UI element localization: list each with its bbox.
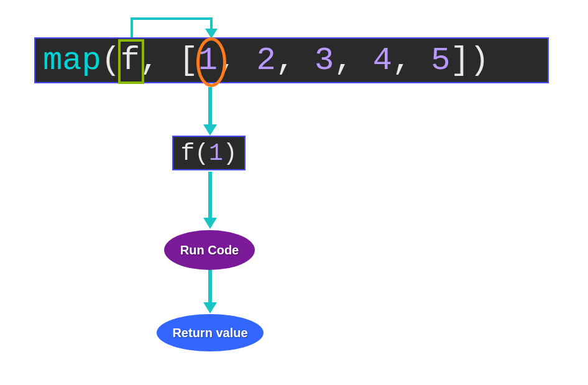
arrow-to-return-head-icon [203,302,217,313]
token-num-3: 3 [315,42,334,79]
call-token-f: f [180,140,195,167]
token-comma-2: , [218,42,237,79]
token-paren-close: ) [470,42,489,79]
token-map: map [43,42,101,79]
return-value-label: Return value [172,326,247,340]
token-paren-open: ( [101,42,121,79]
connector-bracket-right [210,17,213,30]
arrow-to-run-line [208,172,212,219]
call-token-arg: 1 [209,140,223,167]
function-call-code: f ( 1 ) [172,136,246,170]
token-comma-1: , [140,42,159,79]
connector-bracket-top [131,17,213,20]
connector-bracket-left [131,17,133,37]
token-bracket-close: ] [451,42,470,79]
token-bracket-open: [ [179,42,198,79]
call-token-paren-close: ) [223,140,237,167]
call-token-paren-open: ( [195,140,209,167]
arrow-to-run-head-icon [203,218,217,229]
token-num-2: 2 [256,42,275,79]
token-f: f [121,42,140,79]
arrow-to-return-line [208,270,212,304]
token-num-5: 5 [431,42,450,79]
arrow-to-call-line [208,87,212,126]
run-code-node: Run Code [164,230,255,270]
run-code-label: Run Code [180,243,239,257]
map-expression-code: map ( f , [ 1 , 2 , 3 , 4 , 5 ] ) [34,37,549,83]
token-comma-5: , [392,42,411,79]
token-num-4: 4 [373,42,392,79]
token-comma-4: , [334,42,353,79]
token-space [159,42,178,79]
token-num-1: 1 [198,42,218,79]
arrow-to-call-head-icon [203,124,217,136]
token-comma-3: , [276,42,295,79]
return-value-node: Return value [157,314,264,351]
